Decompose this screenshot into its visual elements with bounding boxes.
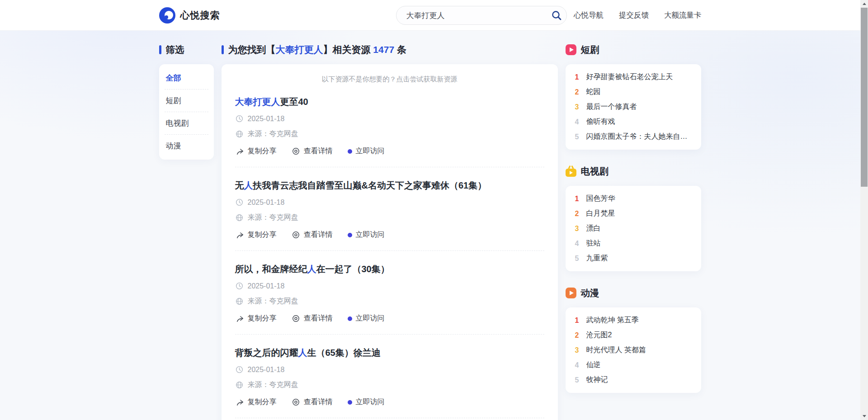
result-title[interactable]: 所以，和金牌经纪人在一起了（30集） (235, 263, 544, 275)
nav-link-xinyue-nav[interactable]: 心悦导航 (574, 10, 604, 20)
clock-icon (235, 198, 244, 207)
search-button[interactable] (547, 6, 566, 24)
ranking-item[interactable]: 3最后一个修真者 (566, 99, 701, 114)
result-title[interactable]: 大奉打更人更至40 (235, 95, 544, 108)
results-count: 1477 (373, 44, 394, 55)
share-icon (235, 398, 244, 407)
result-source-row: 来源：夸克网盘 (235, 129, 544, 139)
result-title[interactable]: 背叛之后的闪耀人生（65集）徐兰迪 (235, 346, 544, 359)
copy-share-button[interactable]: 复制分享 (235, 230, 277, 240)
ranking-label: 白月梵星 (586, 209, 615, 218)
filter-item-short-drama[interactable]: 短剧 (165, 89, 208, 112)
results-heading-keyword: 大奉打更人 (276, 44, 323, 55)
ranking-card: 1好孕甜妻被钻石老公宠上天2蛇园3最后一个修真者4偷听有戏5闪婚京圈太子爷：夫人… (566, 64, 701, 150)
ranking-number: 1 (574, 316, 580, 325)
ranking-item[interactable]: 3时光代理人 英都篇 (566, 343, 701, 358)
tv-icon (566, 166, 576, 177)
result-title-text: 更至40 (280, 97, 308, 107)
result-source: 来源：夸克网盘 (248, 213, 298, 222)
filter-item-anime[interactable]: 动漫 (165, 134, 208, 157)
ranking-item[interactable]: 5牧神记 (566, 373, 701, 387)
ranking-section-header: 动漫 (566, 287, 701, 299)
scroll-down-button[interactable] (860, 412, 868, 420)
nav-link-data-card[interactable]: 大额流量卡 (664, 10, 702, 20)
ranking-item[interactable]: 2白月梵星 (566, 206, 701, 221)
ranking-item[interactable]: 5九重紫 (566, 251, 701, 266)
share-icon (235, 314, 244, 323)
ranking-card: 1国色芳华2白月梵星3漂白4驻站5九重紫 (566, 186, 701, 271)
scrollbar-track[interactable] (860, 0, 868, 420)
filter-column: 筛选 全部短剧电视剧动漫 (159, 31, 214, 160)
view-detail-button[interactable]: 查看详情 (292, 314, 333, 323)
result-title[interactable]: 无人扶我青云志我自踏雪至山巅&名动天下之家事难休（61集） (235, 179, 544, 192)
ranking-label: 九重紫 (586, 254, 608, 263)
ranking-card: 1武动乾坤 第五季2沧元图23时光代理人 英都篇4仙逆5牧神记 (566, 307, 701, 393)
ranking-section-title: 短剧 (581, 43, 599, 56)
section-bar (222, 45, 224, 54)
result-title-text: 所以，和金牌经纪 (235, 264, 307, 274)
ranking-label: 闪婚京圈太子爷：夫人她来自农村 (586, 132, 693, 142)
ranking-item[interactable]: 4驻站 (566, 236, 701, 251)
header-logo[interactable]: 心悦搜索 (159, 7, 220, 24)
ranking-item[interactable]: 2沧元图2 (566, 328, 701, 343)
result-title-text: 无 (235, 180, 244, 190)
filter-item-all[interactable]: 全部 (165, 67, 208, 89)
ranking-label: 最后一个修真者 (586, 102, 637, 112)
result-source: 来源：夸克网盘 (248, 297, 298, 306)
results-card: 以下资源不是你想要的？点击尝试获取新资源 大奉打更人更至40 2025-01-1… (222, 64, 558, 420)
ranking-item[interactable]: 2蛇园 (566, 85, 701, 99)
ranking-item[interactable]: 4偷听有戏 (566, 114, 701, 129)
ranking-number: 3 (574, 225, 580, 233)
result-title-highlight: 大奉打更人 (235, 97, 280, 107)
results-column: 为您找到【大奉打更人】相关资源 1477 条 以下资源不是你想要的？点击尝试获取… (222, 31, 558, 420)
clock-icon (235, 282, 244, 290)
ranking-label: 国色芳华 (586, 194, 615, 203)
ranking-item[interactable]: 1国色芳华 (566, 191, 701, 206)
visit-now-button[interactable]: 立即访问 (348, 397, 385, 407)
view-detail-button[interactable]: 查看详情 (292, 397, 333, 407)
copy-share-button[interactable]: 复制分享 (235, 397, 277, 407)
view-detail-button[interactable]: 查看详情 (292, 230, 333, 240)
clock-icon (235, 365, 244, 374)
ranking-column: 短剧 1好孕甜妻被钻石老公宠上天2蛇园3最后一个修真者4偷听有戏5闪婚京圈太子爷… (566, 31, 701, 393)
view-detail-label: 查看详情 (304, 397, 333, 407)
visit-now-button[interactable]: 立即访问 (348, 314, 385, 323)
ranking-item[interactable]: 1好孕甜妻被钻石老公宠上天 (566, 70, 701, 85)
page: 心悦搜索 心悦导航提交反馈大额流量卡 筛选 全部短剧电视剧动漫 (0, 0, 860, 420)
result-title-highlight: 人 (298, 348, 307, 358)
copy-share-button[interactable]: 复制分享 (235, 314, 277, 323)
section-bar (159, 45, 161, 54)
nav-link-feedback[interactable]: 提交反馈 (619, 10, 649, 20)
copy-share-label: 复制分享 (248, 397, 277, 407)
ranking-item[interactable]: 3漂白 (566, 221, 701, 236)
ranking-item[interactable]: 4仙逆 (566, 358, 701, 373)
ranking-label: 时光代理人 英都篇 (586, 345, 646, 355)
copy-share-button[interactable]: 复制分享 (235, 146, 277, 156)
result-actions: 复制分享 查看详情 立即访问 (235, 314, 544, 323)
result-date-row: 2025-01-18 (235, 198, 544, 207)
refresh-notice[interactable]: 以下资源不是你想要的？点击尝试获取新资源 (235, 75, 544, 84)
ranking-label: 牧神记 (586, 375, 608, 385)
result-source-row: 来源：夸克网盘 (235, 297, 544, 306)
visit-now-label: 立即访问 (356, 230, 385, 240)
result-item: 背叛之后的闪耀人生（65集）徐兰迪 2025-01-18 来源：夸克网盘 (235, 335, 544, 418)
scrollbar-thumb[interactable] (861, 8, 868, 187)
clock-icon (235, 114, 244, 123)
result-title-text: 在一起了（30集） (316, 264, 390, 274)
results-heading-prefix: 为您找到【 (228, 44, 276, 55)
ranking-item[interactable]: 5闪婚京圈太子爷：夫人她来自农村 (566, 129, 701, 144)
scroll-up-button[interactable] (860, 0, 868, 8)
filter-item-tv-drama[interactable]: 电视剧 (165, 112, 208, 134)
ranking-section: 短剧 1好孕甜妻被钻石老公宠上天2蛇园3最后一个修真者4偷听有戏5闪婚京圈太子爷… (566, 43, 701, 150)
ranking-label: 武动乾坤 第五季 (586, 316, 639, 325)
result-actions: 复制分享 查看详情 立即访问 (235, 146, 544, 156)
result-date: 2025-01-18 (248, 115, 285, 123)
view-detail-button[interactable]: 查看详情 (292, 146, 333, 156)
filter-header: 筛选 (159, 43, 214, 56)
visit-now-button[interactable]: 立即访问 (348, 146, 385, 156)
search-input[interactable] (396, 6, 547, 24)
view-detail-label: 查看详情 (304, 230, 333, 240)
ranking-label: 蛇园 (586, 87, 601, 97)
ranking-item[interactable]: 1武动乾坤 第五季 (566, 313, 701, 328)
visit-now-button[interactable]: 立即访问 (348, 230, 385, 240)
